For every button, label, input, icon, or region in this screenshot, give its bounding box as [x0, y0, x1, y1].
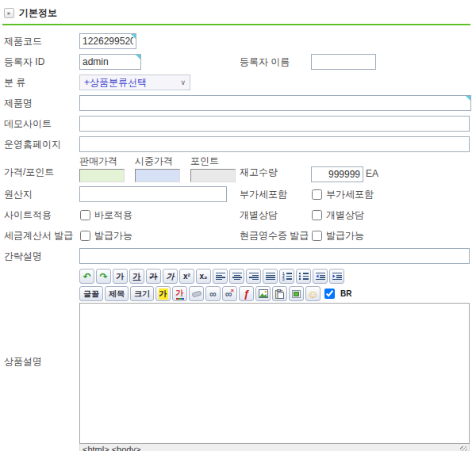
stock-unit: EA [366, 168, 378, 182]
tax-invoice-label: 세금계산서 발급 [4, 229, 79, 243]
short-desc-input[interactable] [79, 248, 470, 264]
br-mode-checkbox[interactable] [324, 289, 335, 299]
highlight-color-icon: 가 [159, 289, 168, 300]
font-size-label: 크기 [134, 289, 150, 300]
underline-button[interactable]: 가 [129, 269, 144, 284]
image-upload-button[interactable] [255, 286, 271, 301]
image-box-button[interactable] [289, 286, 304, 301]
link-button[interactable]: ∞ [205, 286, 221, 301]
consult-checkbox-label: 개별상담 [326, 208, 364, 222]
green-divider [2, 24, 470, 25]
section-toggle-icon[interactable]: ▸ [4, 8, 14, 18]
font-size-button[interactable]: 크기 [130, 286, 154, 301]
align-right-button[interactable] [246, 269, 261, 284]
row-registrant: 등록자 ID 등록자 이름 [2, 52, 470, 72]
stock-input[interactable] [311, 166, 363, 182]
sale-price-label: 판매가격 [79, 155, 125, 168]
paste-button[interactable] [272, 286, 287, 301]
eraser-icon [191, 290, 202, 297]
cash-receipt-checkbox-label: 발급가능 [326, 229, 364, 243]
vat-checkbox[interactable] [312, 189, 322, 200]
cash-receipt-checkbox[interactable] [312, 231, 322, 241]
flash-insert-button[interactable]: ƒ [239, 286, 254, 301]
row-demo-site: 데모사이트 [2, 113, 470, 134]
subscript-icon: x₂ [199, 272, 207, 281]
indent-icon [332, 272, 342, 281]
font-family-button[interactable]: 글꼴 [79, 286, 103, 301]
product-code-input[interactable] [79, 33, 136, 49]
homepage-input[interactable] [79, 136, 470, 152]
stock-label: 재고수량 [240, 166, 311, 182]
ordered-list-button[interactable]: 123 [279, 269, 294, 284]
undo-button[interactable]: ↶ [79, 269, 94, 284]
highlight-color-button[interactable]: 가 [155, 286, 171, 301]
clipboard-icon [275, 289, 284, 299]
strikethrough-button[interactable]: 가 [146, 269, 161, 284]
ordered-list-icon: 123 [282, 272, 292, 281]
tax-invoice-checkbox-label: 발급가능 [94, 229, 132, 243]
product-description-editarea[interactable] [79, 303, 470, 444]
outdent-button[interactable] [313, 269, 328, 284]
superscript-button[interactable]: x² [179, 269, 194, 284]
demo-site-input[interactable] [79, 116, 470, 132]
align-center-button[interactable] [229, 269, 244, 284]
emoticon-button[interactable]: ☺ [305, 286, 321, 301]
resize-grip-icon[interactable] [460, 446, 467, 451]
editor-element-path: <html> <body> [83, 445, 140, 451]
link-icon: ∞ [209, 289, 217, 300]
bold-button[interactable]: 가 [113, 269, 128, 284]
consult-checkbox[interactable] [312, 210, 322, 220]
unordered-list-button[interactable] [296, 269, 311, 284]
br-mode-label: BR [340, 289, 351, 298]
remove-format-button[interactable] [189, 286, 204, 301]
unordered-list-icon [299, 272, 309, 281]
page-title: 기본정보 [19, 6, 57, 20]
smiley-icon: ☺ [307, 288, 318, 300]
product-code-label: 제품코드 [4, 35, 79, 48]
registrant-id-label: 등록자 ID [4, 55, 79, 69]
editor-toolbar-row1: ↶ ↷ 가 가 가 가 x² x₂ 123 [79, 268, 470, 285]
align-left-button[interactable] [213, 269, 228, 284]
product-name-field-wrap [79, 95, 471, 111]
demo-site-label: 데모사이트 [4, 117, 79, 131]
registrant-id-input[interactable] [79, 54, 141, 70]
editor-status-bar: <html> <body> [79, 444, 470, 451]
tax-invoice-checkbox[interactable] [80, 231, 90, 241]
point-col: 포인트 [190, 155, 236, 182]
underline-icon: 가 [133, 271, 141, 282]
italic-button[interactable]: 가 [163, 269, 178, 284]
strikethrough-icon: 가 [150, 271, 158, 282]
product-name-input[interactable] [79, 95, 471, 111]
market-price-input[interactable] [135, 169, 180, 182]
consult-label: 개별상담 [240, 208, 311, 222]
justify-button[interactable] [263, 269, 278, 284]
sale-price-input[interactable] [79, 169, 125, 182]
align-right-icon [249, 272, 259, 281]
point-input[interactable] [190, 169, 236, 182]
image-upload-icon [259, 289, 268, 298]
subscript-button[interactable]: x₂ [196, 269, 211, 284]
editor-toolbar-row2: 글꼴 제목 크기 가 가 ∞ ∞× ƒ ☺ BR [79, 285, 470, 303]
bold-icon: 가 [117, 271, 125, 282]
registrant-name-input[interactable] [311, 54, 376, 70]
indent-button[interactable] [329, 269, 344, 284]
justify-icon [266, 272, 275, 281]
row-price-point: 가격/포인트 판매가격 시중가격 포인트 재고수량 EA [2, 155, 470, 184]
redo-button[interactable]: ↷ [96, 269, 111, 284]
row-siteapply-consult: 사이트적용 바로적용 개별상담 개별상담 [2, 204, 470, 225]
unlink-button[interactable]: ∞× [222, 286, 237, 301]
superscript-icon: x² [183, 272, 190, 281]
font-family-label: 글꼴 [83, 289, 99, 300]
origin-input[interactable] [79, 186, 227, 202]
image-box-icon [292, 290, 301, 298]
site-apply-checkbox[interactable] [80, 210, 90, 220]
site-apply-checkbox-label: 바로적용 [94, 208, 132, 222]
category-label: 분 류 [4, 76, 79, 90]
category-select[interactable]: +상품분류선택 ∨ [79, 75, 190, 90]
font-color-button[interactable]: 가 [172, 286, 187, 301]
vat-label: 부가세포함 [240, 188, 311, 201]
italic-icon: 가 [167, 271, 175, 282]
heading-button[interactable]: 제목 [105, 286, 129, 301]
product-desc-label: 상품설명 [4, 268, 79, 451]
market-price-label: 시중가격 [135, 155, 180, 168]
